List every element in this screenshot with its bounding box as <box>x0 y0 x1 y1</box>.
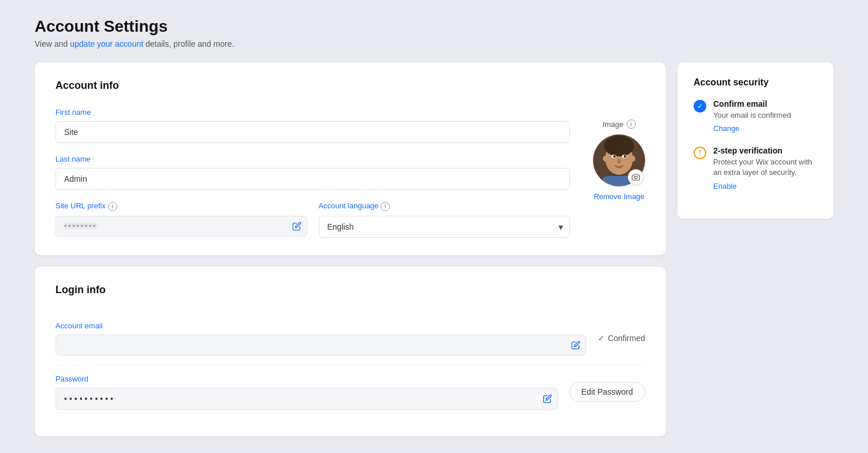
login-info-title: Login info <box>55 284 645 296</box>
site-url-input[interactable] <box>55 216 307 237</box>
two-step-content: 2-step verification Protect your Wix acc… <box>713 146 817 190</box>
confirm-email-content: Confirm email Your email is confirmed Ch… <box>713 99 791 133</box>
svg-point-3 <box>604 136 634 156</box>
confirmed-label: Confirmed <box>608 334 645 343</box>
edit-password-button[interactable]: Edit Password <box>569 382 645 402</box>
pencil-icon <box>292 222 301 231</box>
svg-point-11 <box>631 156 635 162</box>
camera-icon <box>632 173 640 181</box>
page-subtitle: View and update your account details, pr… <box>35 39 833 48</box>
first-name-input[interactable] <box>55 121 570 143</box>
site-url-group: Site URL prefix i <box>55 201 307 238</box>
svg-point-8 <box>617 159 621 163</box>
password-label: Password <box>55 375 558 383</box>
confirm-email-change-link[interactable]: Change <box>713 124 740 133</box>
image-info-icon: i <box>627 119 636 129</box>
account-email-label: Account email <box>55 321 586 330</box>
confirm-email-title: Confirm email <box>713 99 791 108</box>
site-url-info-icon: i <box>108 202 117 211</box>
login-info-card: Login info Account email ✓ Confirmed <box>35 267 666 436</box>
account-info-card: Account info First name Last name <box>35 62 666 255</box>
confirm-email-icon: ✓ <box>694 100 706 113</box>
pencil-icon-email <box>571 340 580 350</box>
svg-point-7 <box>624 155 626 158</box>
account-info-title: Account info <box>55 80 645 92</box>
confirmed-badge: ✓ Confirmed <box>598 334 645 343</box>
account-email-edit-button[interactable] <box>571 340 580 350</box>
two-step-item: ! 2-step verification Protect your Wix a… <box>694 146 817 190</box>
camera-button[interactable] <box>628 169 644 185</box>
account-email-input[interactable] <box>55 335 586 355</box>
account-language-select[interactable]: English Español Français Deutsch Italian… <box>319 216 571 238</box>
avatar-wrap <box>593 134 645 186</box>
image-label: Image <box>602 120 623 129</box>
security-title: Account security <box>694 77 817 88</box>
site-url-edit-button[interactable] <box>292 222 301 231</box>
last-name-group: Last name <box>55 155 570 190</box>
two-step-desc: Protect your Wix account with an extra l… <box>713 157 817 178</box>
password-edit-icon-button[interactable] <box>543 394 552 403</box>
two-step-title: 2-step verification <box>713 146 817 155</box>
check-icon: ✓ <box>598 334 605 343</box>
first-name-group: First name <box>55 108 570 143</box>
svg-point-6 <box>613 155 616 158</box>
confirm-email-desc: Your email is confirmed <box>713 110 791 121</box>
language-info-icon: i <box>381 202 390 211</box>
password-row: Password Edit Password <box>55 365 645 419</box>
account-email-row: Account email ✓ Confirmed <box>55 312 645 365</box>
pencil-icon-password <box>543 394 552 403</box>
site-url-label: Site URL prefix i <box>55 201 307 211</box>
two-step-enable-link[interactable]: Enable <box>713 182 736 190</box>
remove-image-button[interactable]: Remove Image <box>594 192 645 201</box>
password-input[interactable] <box>55 388 558 410</box>
svg-point-10 <box>603 156 608 162</box>
last-name-label: Last name <box>55 155 570 163</box>
account-language-group: Account language i English Español Franç… <box>319 201 571 238</box>
account-language-label: Account language i <box>319 201 571 211</box>
avatar-section: Image i <box>593 108 645 238</box>
two-step-icon: ! <box>694 147 706 159</box>
confirm-email-item: ✓ Confirm email Your email is confirmed … <box>694 99 817 133</box>
page-title: Account Settings <box>35 17 833 36</box>
last-name-input[interactable] <box>55 168 570 190</box>
account-security-sidebar: Account security ✓ Confirm email Your em… <box>677 62 833 219</box>
first-name-label: First name <box>55 108 570 117</box>
subtitle-link[interactable]: update your account <box>70 39 143 48</box>
security-card: Account security ✓ Confirm email Your em… <box>677 62 833 219</box>
svg-point-12 <box>635 176 638 179</box>
